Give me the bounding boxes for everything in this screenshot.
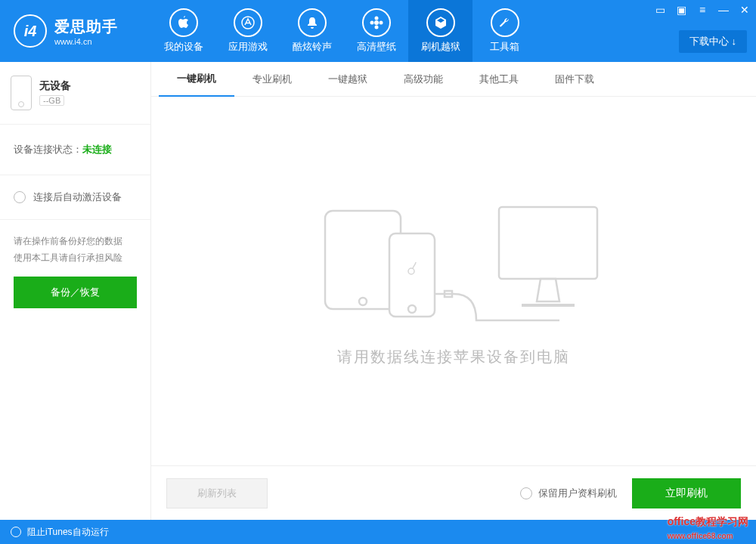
refresh-list-button[interactable]: 刷新列表 bbox=[166, 478, 268, 508]
logo-area: i4 爱思助手 www.i4.cn bbox=[0, 14, 151, 48]
nav-apps[interactable]: 应用游戏 bbox=[215, 0, 280, 62]
flower-icon bbox=[362, 8, 391, 37]
svg-point-2 bbox=[374, 17, 378, 20]
nav-toolbox[interactable]: 工具箱 bbox=[472, 0, 537, 62]
minimize-icon[interactable]: — bbox=[717, 3, 730, 17]
subtab-other-tools[interactable]: 其他工具 bbox=[461, 62, 537, 97]
svg-rect-8 bbox=[389, 233, 435, 317]
nav-wallpapers[interactable]: 高清壁纸 bbox=[344, 0, 408, 62]
radio-icon bbox=[520, 487, 532, 499]
radio-icon bbox=[14, 191, 26, 203]
nav-label: 我的设备 bbox=[164, 40, 203, 54]
phone-icon bbox=[11, 76, 32, 110]
backup-restore-button[interactable]: 备份／恢复 bbox=[14, 277, 137, 308]
keep-data-label: 保留用户资料刷机 bbox=[538, 487, 617, 500]
close-icon[interactable]: ✕ bbox=[738, 3, 751, 17]
window-controls: ▭ ▣ ≡ — ✕ bbox=[653, 3, 751, 17]
nav-label: 高清壁纸 bbox=[357, 40, 396, 54]
subtab-advanced[interactable]: 高级功能 bbox=[386, 62, 461, 97]
logo-icon: i4 bbox=[14, 14, 47, 48]
backup-note: 请在操作前备份好您的数据 bbox=[14, 233, 137, 250]
main-nav: 我的设备 应用游戏 酷炫铃声 高清壁纸 刷机越狱 工具箱 bbox=[151, 0, 537, 62]
app-title: 爱思助手 bbox=[54, 17, 118, 37]
menu-icon[interactable]: ≡ bbox=[696, 3, 709, 17]
svg-point-3 bbox=[374, 26, 378, 29]
backup-section: 请在操作前备份好您的数据 使用本工具请自行承担风险 备份／恢复 bbox=[0, 220, 150, 322]
svg-point-7 bbox=[359, 298, 367, 305]
download-center-button[interactable]: 下载中心 ↓ bbox=[679, 30, 747, 53]
watermark: office教程学习网 www.office68.com bbox=[668, 515, 748, 541]
radio-icon bbox=[11, 527, 21, 537]
wrench-icon bbox=[491, 8, 519, 37]
header: i4 爱思助手 www.i4.cn 我的设备 应用游戏 酷炫铃声 高清壁纸 刷机… bbox=[0, 0, 756, 62]
auto-activate-label: 连接后自动激活设备 bbox=[33, 190, 122, 204]
box-icon bbox=[426, 8, 455, 37]
svg-point-1 bbox=[374, 20, 379, 25]
status-value: 未连接 bbox=[82, 144, 112, 155]
flash-now-button[interactable]: 立即刷机 bbox=[632, 478, 741, 508]
subtab-oneclick-jailbreak[interactable]: 一键越狱 bbox=[310, 62, 386, 97]
bell-icon bbox=[298, 8, 327, 37]
app-subtitle: www.i4.cn bbox=[54, 37, 118, 46]
nav-ringtones[interactable]: 酷炫铃声 bbox=[280, 0, 344, 62]
status-bar: 阻止iTunes自动运行 office教程学习网 www.office68.co… bbox=[0, 520, 756, 544]
apps-icon bbox=[234, 8, 262, 37]
nav-my-device[interactable]: 我的设备 bbox=[151, 0, 215, 62]
main-area: 一键刷机 专业刷机 一键越狱 高级功能 其他工具 固件下载 bbox=[151, 62, 756, 520]
svg-point-5 bbox=[379, 21, 383, 25]
sidebar: 无设备 --GB 设备连接状态：未连接 连接后自动激活设备 请在操作前备份好您的… bbox=[0, 62, 151, 520]
keep-user-data-option[interactable]: 保留用户资料刷机 bbox=[520, 487, 617, 500]
status-label: 设备连接状态： bbox=[14, 144, 82, 155]
nav-label: 刷机越狱 bbox=[421, 40, 460, 54]
subtab-oneclick-flash[interactable]: 一键刷机 bbox=[159, 62, 234, 97]
skin-icon[interactable]: ▣ bbox=[674, 3, 688, 17]
subtab-bar: 一键刷机 专业刷机 一键越狱 高级功能 其他工具 固件下载 bbox=[151, 62, 756, 97]
svg-rect-12 bbox=[499, 207, 597, 279]
auto-activate-option[interactable]: 连接后自动激活设备 bbox=[0, 175, 150, 220]
nav-label: 应用游戏 bbox=[228, 40, 268, 54]
bottom-bar: 刷新列表 保留用户资料刷机 立即刷机 bbox=[151, 465, 756, 520]
device-name: 无设备 bbox=[39, 79, 71, 93]
feedback-icon[interactable]: ▭ bbox=[653, 3, 667, 17]
nav-label: 酷炫铃声 bbox=[293, 40, 332, 54]
backup-note: 使用本工具请自行承担风险 bbox=[14, 250, 137, 267]
connection-status: 设备连接状态：未连接 bbox=[0, 125, 150, 175]
device-capacity: --GB bbox=[39, 95, 64, 106]
nav-flash-jailbreak[interactable]: 刷机越狱 bbox=[408, 0, 472, 62]
svg-point-4 bbox=[370, 21, 373, 25]
subtab-pro-flash[interactable]: 专业刷机 bbox=[234, 62, 310, 97]
subtab-firmware[interactable]: 固件下载 bbox=[537, 62, 612, 97]
device-summary: 无设备 --GB bbox=[0, 62, 150, 125]
connect-prompt: 请用数据线连接苹果设备到电脑 bbox=[337, 347, 570, 367]
content-area: 请用数据线连接苹果设备到电脑 bbox=[151, 97, 756, 465]
block-itunes-option[interactable]: 阻止iTunes自动运行 bbox=[27, 526, 109, 539]
apple-icon bbox=[169, 8, 198, 37]
connect-illustration bbox=[302, 196, 605, 332]
nav-label: 工具箱 bbox=[490, 40, 519, 54]
